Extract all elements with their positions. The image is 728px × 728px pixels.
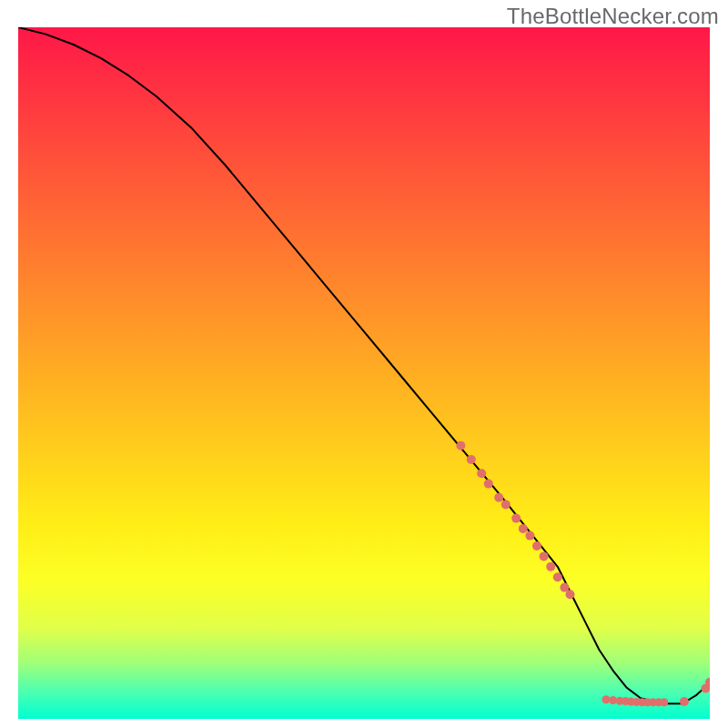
marker-cluster-b <box>609 696 617 704</box>
plot-area <box>18 27 710 719</box>
marker-cluster-a <box>501 500 511 509</box>
marker-cluster-a <box>484 480 493 489</box>
chart-svg <box>18 27 710 719</box>
marker-cluster-a <box>553 572 562 581</box>
marker-cluster-a <box>511 514 521 523</box>
marker-cluster-a <box>565 590 574 599</box>
marker-cluster-a <box>532 541 541 551</box>
gradient-bg <box>18 27 710 719</box>
marker-cluster-a <box>540 551 549 561</box>
watermark-text: TheBottleNecker.com <box>507 4 719 29</box>
chart-container: TheBottleNecker.com <box>0 0 728 728</box>
marker-cluster-a <box>477 469 486 478</box>
marker-cluster-a <box>525 531 534 541</box>
marker-cluster-a <box>494 493 503 502</box>
marker-cluster-b <box>660 698 668 706</box>
marker-cluster-a <box>456 441 465 450</box>
marker-cluster-a <box>546 562 555 571</box>
marker-cluster-a <box>467 455 476 464</box>
marker-cluster-b <box>602 695 611 703</box>
marker-point-c <box>680 697 689 706</box>
marker-cluster-a <box>519 524 528 533</box>
